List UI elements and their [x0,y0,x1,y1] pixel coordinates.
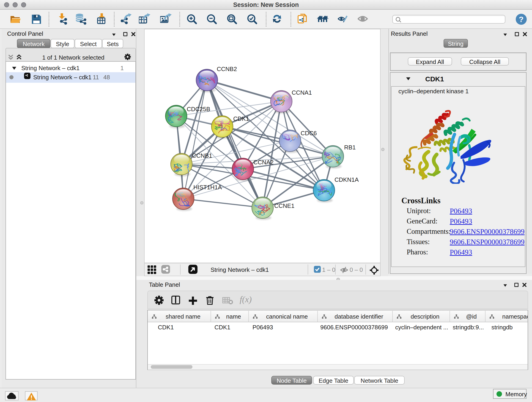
svg-text:CCNB2: CCNB2 [217,65,237,72]
svg-text:CDKN1A: CDKN1A [335,176,359,183]
svg-text:CCNA1: CCNA1 [292,89,312,96]
svg-text:CCNB1: CCNB1 [192,152,212,159]
svg-text:?: ? [519,15,524,24]
svg-text:CDK1: CDK1 [233,115,249,122]
svg-text:HIST1H1A: HIST1H1A [193,184,222,191]
svg-text:CCNE1: CCNE1 [274,202,294,209]
svg-text:RB1: RB1 [344,144,356,151]
svg-text:CCNA2: CCNA2 [253,159,273,166]
svg-text:CDC6: CDC6 [301,130,317,137]
svg-text:CDC25B: CDC25B [187,106,210,113]
